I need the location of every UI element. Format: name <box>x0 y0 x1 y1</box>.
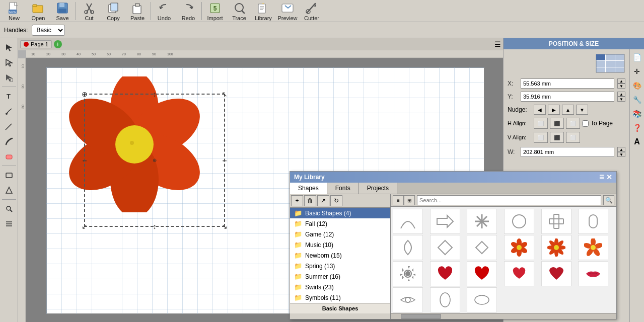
shape-diamond-rounded[interactable] <box>393 235 423 260</box>
folder-swirls[interactable]: 📁 Swirls (23) <box>290 282 390 292</box>
h-align-center[interactable]: ⬛ <box>550 118 564 129</box>
tab-fonts[interactable]: Fonts <box>327 183 359 194</box>
shape-gear[interactable] <box>393 261 423 286</box>
grid-view-btn[interactable]: ⊞ <box>404 195 415 205</box>
nudge-up[interactable]: ▲ <box>562 105 574 115</box>
library-scroll-thumb[interactable] <box>401 314 441 319</box>
rect-tool[interactable] <box>2 168 17 182</box>
v-align-middle[interactable]: ⬛ <box>550 132 564 143</box>
redo-button[interactable]: Redo <box>176 0 200 22</box>
handle-mid-right[interactable]: ↔ <box>220 156 229 165</box>
handle-top-left[interactable]: ⊕ <box>80 90 89 99</box>
handle-bottom-right[interactable]: ↘ <box>220 222 229 231</box>
shape-flower-orange2[interactable] <box>541 235 571 260</box>
v-align-bottom[interactable]: ⬜ <box>566 132 580 143</box>
text-tool[interactable]: T <box>2 89 17 103</box>
help-icon[interactable]: ❓ <box>631 122 643 134</box>
tab-shapes[interactable]: Shapes <box>290 183 327 194</box>
handle-top-right[interactable]: ↖ <box>220 90 229 99</box>
shape-flower-orange1[interactable] <box>504 235 534 260</box>
canvas-menu-button[interactable]: ☰ <box>494 40 501 48</box>
folder-spring[interactable]: 📁 Spring (13) <box>290 261 390 271</box>
select-tool[interactable] <box>2 40 17 54</box>
eraser-tool[interactable] <box>2 149 17 164</box>
handle-mid-left[interactable]: ↔ <box>80 156 89 165</box>
settings-tool[interactable] <box>2 217 17 231</box>
add-folder-btn[interactable]: + <box>291 195 303 206</box>
w-input[interactable] <box>521 147 614 157</box>
handles-select[interactable]: Basic Rotate Node <box>32 25 65 36</box>
zoom-tool[interactable] <box>2 202 17 216</box>
paste-button[interactable]: Paste <box>125 0 150 22</box>
shape-circle[interactable] <box>504 209 534 234</box>
shape-eye[interactable] <box>393 287 423 312</box>
x-down[interactable]: ▼ <box>617 84 625 89</box>
w-down[interactable]: ▼ <box>617 152 625 157</box>
pen-tool[interactable] <box>2 104 17 118</box>
undo-button[interactable]: Undo <box>152 0 176 22</box>
delete-folder-btn[interactable]: 🗑 <box>304 195 316 206</box>
font-icon[interactable]: A <box>631 136 643 148</box>
shape-cross[interactable] <box>541 209 571 234</box>
wrench-icon[interactable]: 🔧 <box>631 94 643 106</box>
transform-tool[interactable] <box>2 70 17 85</box>
folder-symbols[interactable]: 📁 Symbols (11) <box>290 292 390 303</box>
page-1-tab[interactable]: Page 1 <box>20 40 52 48</box>
handle-bottom-center[interactable]: ↕ <box>150 222 159 231</box>
h-align-left[interactable]: ⬜ <box>534 118 548 129</box>
node-tool[interactable] <box>2 55 17 69</box>
shape-capsule[interactable] <box>578 209 608 234</box>
copy-button[interactable]: Copy <box>101 0 125 22</box>
calligraphy-tool[interactable] <box>2 134 17 148</box>
folder-basic-shapes[interactable]: 📁 Basic Shapes (4) <box>290 208 390 218</box>
y-down[interactable]: ▼ <box>617 97 625 102</box>
handle-center[interactable]: ⊕ <box>150 156 159 165</box>
nudge-right[interactable]: ▶ <box>548 105 560 115</box>
folder-newborn[interactable]: 📁 Newborn (15) <box>290 250 390 261</box>
nudge-down[interactable]: ▼ <box>576 105 588 115</box>
shape-lips[interactable] <box>578 261 608 286</box>
page-icon[interactable]: 📄 <box>631 51 643 63</box>
move-icon[interactable]: ✛ <box>631 65 643 77</box>
to-page-checkbox[interactable] <box>582 120 589 127</box>
shape-diamond2[interactable] <box>467 235 497 260</box>
y-input[interactable] <box>521 92 614 102</box>
library-search-input[interactable] <box>417 195 601 205</box>
handle-top-center[interactable]: ↕ <box>150 90 159 99</box>
new-button[interactable]: NEW New <box>2 0 26 22</box>
shape-oval-v[interactable] <box>430 287 460 312</box>
tab-projects[interactable]: Projects <box>359 183 397 194</box>
library-menu-btn[interactable]: ☰ <box>599 174 604 181</box>
shape-heart-red4[interactable] <box>541 261 571 286</box>
handle-bottom-left[interactable]: ↙ <box>80 222 89 231</box>
shape-flower-orange3[interactable] <box>578 235 608 260</box>
folder-game[interactable]: 📁 Game (12) <box>290 229 390 239</box>
refresh-folder-btn[interactable]: ↻ <box>330 195 342 206</box>
shape-arrow[interactable] <box>430 209 460 234</box>
cut-button[interactable]: Cut <box>77 0 101 22</box>
x-up[interactable]: ▲ <box>617 78 625 84</box>
cutter-button[interactable]: Cutter <box>300 0 324 22</box>
v-align-top[interactable]: ⬜ <box>534 132 548 143</box>
library-button[interactable]: Library <box>251 0 275 22</box>
save-button[interactable]: Save <box>50 0 75 22</box>
folder-fall[interactable]: 📁 Fall (12) <box>290 218 390 229</box>
list-view-btn[interactable]: ≡ <box>393 195 404 205</box>
add-page-button[interactable]: + <box>54 40 62 48</box>
shape-heart-red2[interactable] <box>467 261 497 286</box>
y-up[interactable]: ▲ <box>617 92 625 97</box>
library-scrollbar[interactable] <box>391 313 616 319</box>
shape-arc[interactable] <box>393 209 423 234</box>
h-align-right[interactable]: ⬜ <box>566 118 580 129</box>
export-folder-btn[interactable]: ↗ <box>317 195 329 206</box>
shape-asterisk[interactable] <box>467 209 497 234</box>
x-input[interactable] <box>521 78 614 89</box>
folder-summer[interactable]: 📁 Summer (16) <box>290 271 390 282</box>
layers-icon[interactable]: 📚 <box>631 108 643 120</box>
folder-music[interactable]: 📁 Music (10) <box>290 239 390 250</box>
library-close-button[interactable]: ✕ <box>606 173 612 181</box>
nudge-left[interactable]: ◀ <box>534 105 546 115</box>
node-edit-tool[interactable] <box>2 183 17 197</box>
shape-heart-red[interactable] <box>430 261 460 286</box>
pencil-tool[interactable] <box>2 119 17 133</box>
